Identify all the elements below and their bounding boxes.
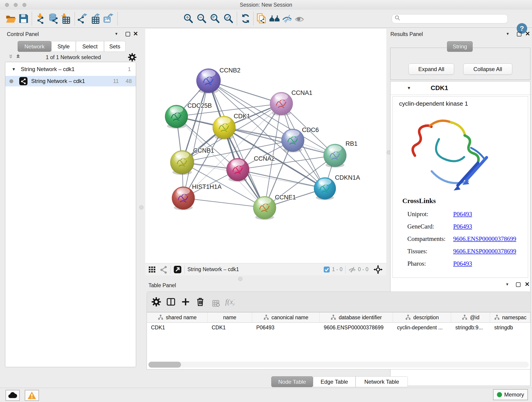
network-node-RB1[interactable] [323,144,346,167]
cell-name[interactable]: CDK1 [208,323,252,332]
edge-CCNB2-HIST1H1A[interactable] [183,81,209,198]
show-columns-icon[interactable] [166,297,176,307]
bottom-splitter-handle[interactable] [238,277,242,281]
tab-style[interactable]: Style [51,41,76,52]
cell-namespac[interactable]: stringdb [490,323,530,332]
cell-description[interactable]: cyclin-dependent ... [393,323,451,332]
network-node-CDC6[interactable] [281,129,304,153]
export-image-icon[interactable] [103,13,114,24]
control-panel-menu-icon[interactable]: ▼ [114,32,118,36]
save-session-icon[interactable] [18,13,29,24]
tab-select[interactable]: Select [76,41,104,52]
tab-network-table[interactable]: Network Table [355,376,408,387]
export-table-icon[interactable] [89,13,100,24]
column-header--id[interactable]: @id [451,313,490,322]
import-network-from-file-icon[interactable] [36,13,46,24]
results-panel-float-icon[interactable] [517,32,521,36]
expand-all-button[interactable]: Expand All [409,64,454,75]
control-panel-close-icon[interactable]: ✕ [133,32,138,36]
network-node-CCNA2[interactable] [226,158,249,182]
edge-HIST1H1A-CCNE1[interactable] [183,198,265,208]
cell--id[interactable]: stringdb:9... [451,323,490,332]
open-session-icon[interactable] [6,13,16,24]
birds-eye-view-icon[interactable] [148,265,156,274]
table-scrollbar-thumb[interactable] [148,362,181,368]
protein-section-header[interactable]: ▼ CDK1 [390,81,530,95]
network-graph[interactable]: CCNB2CCNA1CDC25BCDK1CDC6RB1CCNB1CCNA2CDK… [145,29,386,263]
hide-selected-icon[interactable] [282,13,292,24]
network-canvas[interactable]: CCNB2CCNA1CDC25BCDK1CDC6RB1CCNB1CCNA2CDK… [145,29,386,263]
table-panel-float-icon[interactable] [516,282,520,287]
column-header-shared-name[interactable]: shared name [147,313,208,322]
delete-column-icon[interactable] [196,297,205,307]
collapse-all-button[interactable]: Collapse All [463,64,512,75]
cell-canonical-name[interactable]: P06493 [252,323,320,332]
column-header-namespac[interactable]: namespac [490,313,530,322]
network-node-CDC25B[interactable] [165,105,188,128]
collection-expander-icon[interactable]: ▼ [12,67,16,72]
cell-database-identifier[interactable]: 9606.ENSP00000378699 [320,323,393,332]
crosslink-link[interactable]: P06493 [453,260,528,267]
network-overview-icon[interactable] [159,265,168,274]
table-horizontal-scrollbar[interactable] [148,362,529,368]
zoom-out-icon[interactable] [196,13,207,24]
collapse-all-networks-icon[interactable] [9,54,15,60]
tab-edge-table[interactable]: Edge Table [313,376,355,387]
table-row[interactable]: CDK1CDK1P064939606.ENSP00000378699cyclin… [147,323,530,332]
home-icon[interactable] [269,13,280,24]
network-node-CCNA1[interactable] [270,92,293,116]
network-node-CCNE1[interactable] [253,196,276,220]
crosslink-link[interactable]: 9606.ENSP00000378699 [453,248,528,255]
warnings-button[interactable] [25,390,39,401]
crosslink-link[interactable]: P06493 [453,223,528,230]
network-collection-row[interactable]: ▼ String Network – cdk1 1 [5,62,136,74]
add-column-icon[interactable] [181,297,190,307]
import-network-from-database-icon[interactable] [48,13,58,24]
detach-view-icon[interactable] [173,265,182,274]
column-header-description[interactable]: description [393,313,451,322]
apply-layout-icon[interactable] [240,13,251,24]
table-panel-close-icon[interactable]: ✕ [525,282,530,286]
fit-selected-icon[interactable] [374,265,383,274]
show-graphics-details-icon[interactable] [294,13,305,24]
search-input[interactable] [402,16,504,22]
crosslink-link[interactable]: 9606.ENSP00000378699 [453,235,528,242]
network-node-CDKN1A[interactable] [314,177,336,200]
network-view-toolbar: String Network – cdk1 1 - 0 0 - 0 [145,263,386,275]
network-panel-settings-icon[interactable] [128,53,137,62]
protein-expander-icon[interactable]: ▼ [407,86,411,90]
network-node-CDK1[interactable] [213,116,235,140]
column-type-icon [405,314,411,320]
table-panel-menu-icon[interactable]: ▼ [505,282,509,287]
column-header-name[interactable]: name [208,313,252,322]
left-splitter-handle[interactable] [139,205,143,210]
results-panel-close-icon[interactable]: ✕ [525,32,530,36]
network-row[interactable]: String Network – cdk1 11 48 [5,76,136,86]
network-node-CCNB1[interactable] [170,150,194,175]
string-protein-query-icon[interactable] [256,13,267,24]
expand-all-networks-icon[interactable] [16,54,22,60]
tab-string[interactable]: String [447,41,473,52]
selected-items-icon[interactable] [323,266,330,273]
column-header-database-identifier[interactable]: database identifier [320,313,393,322]
crosslink-link[interactable]: P06493 [453,211,528,218]
results-panel-menu-icon[interactable]: ▼ [506,32,510,36]
edge-RB1-CCNA2[interactable] [238,155,335,170]
cloud-button[interactable] [6,390,20,401]
tab-node-table[interactable]: Node Table [271,376,313,387]
import-table-from-file-icon[interactable] [60,13,70,24]
network-node-HIST1H1A[interactable] [172,186,195,210]
memory-button[interactable]: Memory [493,389,528,400]
network-node-CCNB2[interactable] [196,69,221,94]
fit-content-icon[interactable] [210,13,220,24]
search-box[interactable] [392,14,508,23]
tab-sets[interactable]: Sets [104,41,126,52]
control-panel-float-icon[interactable] [126,32,130,36]
cell-shared-name[interactable]: CDK1 [147,323,208,332]
zoom-in-icon[interactable] [183,13,194,24]
tab-network[interactable]: Network [18,41,51,52]
export-network-icon[interactable] [77,13,87,24]
zoom-selected-icon[interactable] [223,13,234,24]
table-settings-icon[interactable] [152,297,161,307]
column-header-canonical-name[interactable]: canonical name [252,313,320,322]
